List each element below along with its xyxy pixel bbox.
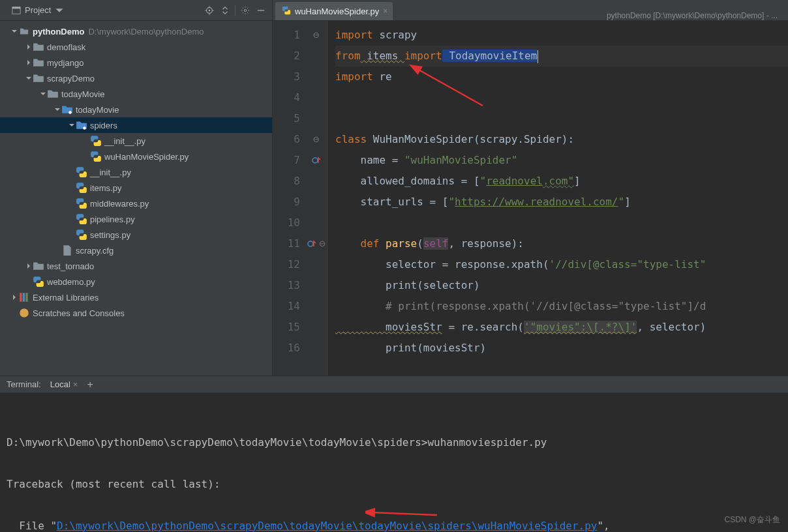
locate-icon[interactable] xyxy=(204,5,215,16)
svg-rect-14 xyxy=(25,293,27,302)
folder-icon xyxy=(47,88,59,100)
project-icon xyxy=(10,5,22,16)
svg-point-11 xyxy=(83,126,86,130)
svg-point-17 xyxy=(308,241,313,246)
expand-all-icon[interactable] xyxy=(219,5,231,16)
tree-item[interactable]: mydjango xyxy=(0,55,272,70)
tree-item[interactable]: test_tornado xyxy=(0,258,272,274)
tree-label: items.py xyxy=(90,183,121,193)
tree-label: webdemo.py xyxy=(47,277,95,287)
terminal-panel: Terminal: Local × + D:\mywork\Demo\pytho… xyxy=(0,376,788,532)
python-file-icon xyxy=(90,135,102,147)
tree-root[interactable]: pythonDemo D:\mywork\Demo\pythonDemo xyxy=(0,23,272,39)
python-file-icon xyxy=(282,6,291,17)
tree-label: scrapyDemo xyxy=(47,74,95,83)
python-file-icon xyxy=(76,198,87,209)
tree-label: pipelines.py xyxy=(90,214,135,224)
tree-label: __init__.py xyxy=(90,168,131,177)
term-line: Traceback (most recent call last): xyxy=(7,474,781,495)
tree-label: External Libraries xyxy=(33,293,98,303)
terminal-output[interactable]: D:\mywork\Demo\pythonDemo\scrapyDemo\tod… xyxy=(0,393,788,532)
tree-item[interactable]: spiders xyxy=(0,117,272,133)
terminal-tab[interactable]: Local × xyxy=(50,379,78,389)
library-icon xyxy=(18,291,30,303)
tree-label: todayMovie xyxy=(61,89,104,99)
chevron-right-icon xyxy=(10,295,18,300)
python-file-icon xyxy=(76,166,87,178)
project-dropdown[interactable]: Project xyxy=(5,3,70,18)
tree-label: middlewares.py xyxy=(90,199,149,209)
tree-item[interactable]: todayMovie xyxy=(0,102,272,117)
term-line: D:\mywork\Demo\pythonDemo\scrapyDemo\tod… xyxy=(7,432,781,453)
folder-icon xyxy=(33,72,44,84)
tree-item[interactable]: wuHanMovieSpider.py xyxy=(0,149,272,164)
chevron-down-icon xyxy=(25,76,33,81)
code-body[interactable]: import scrapy from items import Todaymov… xyxy=(327,21,788,376)
close-icon[interactable]: × xyxy=(383,7,387,16)
package-icon xyxy=(61,104,73,115)
python-file-icon xyxy=(76,182,87,194)
file-icon xyxy=(61,244,73,256)
folder-icon xyxy=(33,260,44,272)
tree-item[interactable]: middlewares.py xyxy=(0,196,272,211)
tree-item[interactable]: settings.py xyxy=(0,227,272,243)
svg-rect-13 xyxy=(23,293,25,302)
tree-item[interactable]: pipelines.py xyxy=(0,211,272,227)
tree-item[interactable]: items.py xyxy=(0,180,272,196)
new-tab-icon[interactable]: + xyxy=(87,379,93,391)
code-editor[interactable]: 12345678 910111213141516 ⊖ ⊖ ⊖ import sc… xyxy=(273,21,788,376)
hide-icon[interactable] xyxy=(255,5,267,16)
tree-item[interactable]: scrapy.cfg xyxy=(0,243,272,258)
close-icon[interactable]: × xyxy=(73,379,78,389)
package-icon xyxy=(76,119,87,131)
folder-icon xyxy=(33,41,44,53)
tree-label: todayMovie xyxy=(76,105,119,115)
gutter-marks: ⊖ ⊖ ⊖ xyxy=(305,21,327,376)
svg-point-15 xyxy=(20,308,29,318)
window-title: pythonDemo [D:\mywork\Demo\pythonDemo] -… xyxy=(393,11,788,20)
scratches-icon xyxy=(18,307,30,319)
editor-tabs: wuHanMovieSpider.py × pythonDemo [D:\myw… xyxy=(273,0,788,21)
chevron-down-icon xyxy=(53,107,61,112)
svg-point-10 xyxy=(68,111,72,114)
python-file-icon xyxy=(33,276,44,288)
tree-label: test_tornado xyxy=(47,261,94,271)
svg-rect-12 xyxy=(20,293,22,302)
tree-item[interactable]: demoflask xyxy=(0,39,272,55)
tree-label: scrapy.cfg xyxy=(76,246,114,256)
tree-item[interactable]: scrapyDemo xyxy=(0,70,272,86)
terminal-title: Terminal: xyxy=(7,379,41,389)
chevron-down-icon xyxy=(10,29,18,34)
line-numbers: 12345678 910111213141516 xyxy=(273,21,305,376)
tree-scratches[interactable]: Scratches and Consoles xyxy=(0,305,272,321)
project-sidebar: Project pythonDemo D:\mywork\Demo\python… xyxy=(0,0,273,376)
tree-label: pythonDemo xyxy=(33,27,84,37)
tree-item[interactable]: todayMovie xyxy=(0,86,272,102)
folder-icon xyxy=(18,27,30,36)
tree-label: __init__.py xyxy=(104,136,145,146)
python-file-icon xyxy=(76,229,87,241)
tree-item[interactable]: __init__.py xyxy=(0,164,272,180)
chevron-right-icon xyxy=(25,263,33,269)
tree-label: demoflask xyxy=(47,42,85,52)
chevron-down-icon xyxy=(39,91,47,96)
editor-tab[interactable]: wuHanMovieSpider.py × xyxy=(275,2,393,20)
sidebar-header: Project xyxy=(0,0,272,21)
gear-icon[interactable] xyxy=(239,5,251,16)
tree-label: settings.py xyxy=(90,230,130,240)
file-link[interactable]: D:\mywork\Demo\pythonDemo\scrapyDemo\tod… xyxy=(57,520,597,532)
tree-label: spiders xyxy=(90,121,117,130)
project-label: Project xyxy=(25,5,51,15)
project-tree[interactable]: pythonDemo D:\mywork\Demo\pythonDemo dem… xyxy=(0,21,272,376)
tree-path: D:\mywork\Demo\pythonDemo xyxy=(88,27,204,37)
chevron-right-icon xyxy=(25,44,33,50)
svg-point-3 xyxy=(209,9,211,11)
tree-item[interactable]: __init__.py xyxy=(0,133,272,149)
tree-item[interactable]: webdemo.py xyxy=(0,274,272,289)
svg-point-8 xyxy=(244,9,247,12)
chevron-down-icon xyxy=(68,123,76,128)
python-file-icon xyxy=(76,213,87,225)
tree-external-libs[interactable]: External Libraries xyxy=(0,289,272,305)
tree-label: wuHanMovieSpider.py xyxy=(104,152,189,162)
editor-panel: wuHanMovieSpider.py × pythonDemo [D:\myw… xyxy=(273,0,788,376)
